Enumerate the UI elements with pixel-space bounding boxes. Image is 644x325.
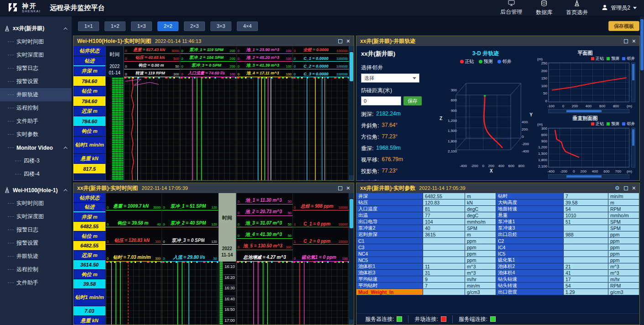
close-icon[interactable]: ×	[346, 38, 350, 44]
curve-name: 泵冲_1 = 119 SPM	[189, 47, 224, 53]
curve-label: 0池_3 = 31.07 m^350	[237, 216, 293, 227]
scrollbar-thumb[interactable]	[350, 199, 353, 228]
param-label: 悬重 kN	[73, 154, 105, 164]
user-menu[interactable]: 管理员2	[602, 4, 637, 12]
curve-max: 300	[155, 257, 161, 261]
plan-plot-area[interactable]	[548, 63, 629, 102]
sidebar-group-Wei-H100(Hole-1)[interactable]: Wei-H100(Hole-1)	[0, 183, 72, 197]
sidebar-item-四楼-4[interactable]: 四楼-4	[0, 168, 72, 181]
layout-button-1×3[interactable]: 1×3	[131, 21, 152, 31]
plan-vertical-scrollbar[interactable]	[631, 63, 635, 102]
plot3d-canvas[interactable]: 3006009001,2001,5001,8002,100 4002000-20…	[439, 65, 533, 173]
sidebar-item-实时深度图[interactable]: 实时深度图	[0, 48, 72, 62]
chart-date: 2022 01-14	[106, 63, 123, 77]
layout-button-2×3[interactable]: 2×3	[184, 21, 205, 31]
legend-label: 正钻	[465, 58, 474, 65]
param-value: 784.60	[73, 76, 105, 86]
axis-tick: 700	[615, 170, 621, 173]
sidebar-item-远程控制[interactable]: 远程控制	[0, 101, 72, 115]
sidebar-item-实时时间图[interactable]: 实时时间图	[0, 197, 72, 210]
collapse-icon	[63, 189, 67, 193]
layout-button-4×4[interactable]: 4×4	[237, 21, 258, 31]
param-value: 988	[564, 231, 608, 238]
param-name: 硫化氢1	[496, 257, 564, 263]
expand-icon[interactable]	[338, 39, 342, 43]
sidebar-item-远程控制[interactable]: 远程控制	[0, 263, 72, 276]
vertical-scrollbar[interactable]	[349, 46, 354, 180]
legend-item: 预测	[479, 58, 493, 65]
shenkai-logo-icon	[7, 2, 18, 15]
layout-button-1×2[interactable]: 1×2	[105, 21, 126, 31]
close-icon[interactable]: ×	[632, 185, 636, 191]
anticollision-distance-input[interactable]	[361, 96, 401, 105]
curve-name: 泵冲_1 = 51 SPM	[170, 203, 206, 210]
plan-horizontal-scrollbar[interactable]	[548, 109, 629, 113]
sidebar-item-报警日志[interactable]: 报警日志	[0, 223, 72, 236]
param-label: 钻位 m	[73, 86, 105, 96]
sidebar-item-实时时间图[interactable]: 实时时间图	[0, 35, 72, 48]
nav-database[interactable]: 数据库	[536, 0, 552, 16]
page-scrollbar-thumb[interactable]	[640, 19, 644, 70]
legend-marker	[460, 60, 464, 63]
curve-name: C_3 = 0.0000	[304, 72, 328, 76]
expand-icon[interactable]	[338, 186, 342, 190]
nav-home-well-select[interactable]: 首页选井	[566, 0, 588, 16]
close-icon[interactable]: ×	[346, 185, 350, 191]
curve-name: C_2 = 0 ppm	[304, 239, 330, 244]
curve-label: 0全烃 = 0.0000100000	[293, 46, 349, 54]
scroll-up-arrow[interactable]	[349, 46, 354, 51]
vertical-scrollbar[interactable]	[349, 193, 354, 325]
section-horizontal-scrollbar[interactable]	[548, 174, 629, 178]
layout-button-1×1[interactable]: 1×1	[78, 21, 99, 31]
sidebar-item-井眼轨迹[interactable]: 井眼轨迹	[0, 88, 72, 101]
save-template-button[interactable]: 保存模板	[608, 21, 639, 31]
sidebar-item-实时深度图[interactable]: 实时深度图	[0, 210, 72, 223]
legend-item: 正钻	[591, 121, 604, 127]
section-y-unit: (m)	[537, 122, 543, 126]
sidebar-group-xx井(新井眼)[interactable]: xx井(新井眼)	[0, 22, 72, 35]
sidebar-item-报警日志[interactable]: 报警日志	[0, 62, 72, 75]
neighbor-well-select[interactable]: 选择	[361, 73, 419, 83]
nav-backend-management[interactable]: 后台管理	[500, 0, 522, 16]
track-canvas	[162, 262, 218, 325]
sidebar-item-报警设置[interactable]: 报警设置	[0, 75, 72, 88]
sidebar-item-实时参数[interactable]: 实时参数	[0, 128, 72, 141]
scroll-down-arrow[interactable]	[349, 175, 354, 180]
panel-titlebar: xx井(新井眼)-井眼轨迹 ×	[356, 36, 639, 46]
sidebar-item-文件助手[interactable]: 文件助手	[0, 115, 72, 128]
expand-icon[interactable]	[624, 39, 628, 43]
scroll-down-arrow[interactable]	[349, 320, 354, 325]
scroll-up-arrow[interactable]	[349, 193, 354, 198]
curve-min: 0	[125, 49, 127, 53]
param-value: 31	[423, 270, 465, 276]
anticollision-distance-label: 防碰距离(米)	[361, 87, 438, 94]
param-value: 9	[423, 276, 465, 283]
gear-icon[interactable]: ⚙	[615, 185, 620, 191]
section-vertical-scrollbar[interactable]	[631, 128, 635, 168]
tree-connector	[8, 243, 14, 243]
param-unit: m^3	[465, 263, 496, 270]
stat-label: 井斜角:	[361, 122, 379, 130]
sidebar-item-四楼-3[interactable]: 四楼-3	[0, 154, 72, 168]
time-tick: 16:30	[224, 285, 235, 290]
curve-min: 0	[181, 49, 183, 53]
param-unit: SPM	[608, 225, 639, 231]
layout-button-3×3[interactable]: 3×3	[210, 21, 231, 31]
track-canvas	[237, 262, 293, 325]
save-distance-button[interactable]: 保存	[403, 96, 422, 105]
layout-button-2×2[interactable]: 2×2	[157, 21, 178, 31]
sidebar-group-Monitor Video[interactable]: Monitor Video	[0, 141, 72, 154]
curve-label: 0池_1 = 23.90 m^3100	[237, 46, 293, 54]
curve-name: C_1 = 0.0000	[304, 56, 328, 61]
sidebar-item-文件助手[interactable]: 文件助手	[0, 276, 72, 289]
track-drilling: 0悬重 = 817.43 kN30000钻压 = 40.65 kN5000钩位 …	[124, 46, 180, 180]
sidebar-item-报警设置[interactable]: 报警设置	[0, 236, 72, 250]
section-plot-area[interactable]	[548, 128, 629, 168]
page-scrollbar[interactable]	[640, 16, 644, 325]
scrollbar-thumb[interactable]	[350, 52, 353, 81]
expand-icon[interactable]	[624, 186, 628, 190]
param-value: 6482.55	[73, 241, 105, 251]
param-unit: ppm	[608, 257, 639, 263]
close-icon[interactable]: ×	[632, 38, 636, 44]
sidebar-item-井眼轨迹[interactable]: 井眼轨迹	[0, 250, 72, 263]
